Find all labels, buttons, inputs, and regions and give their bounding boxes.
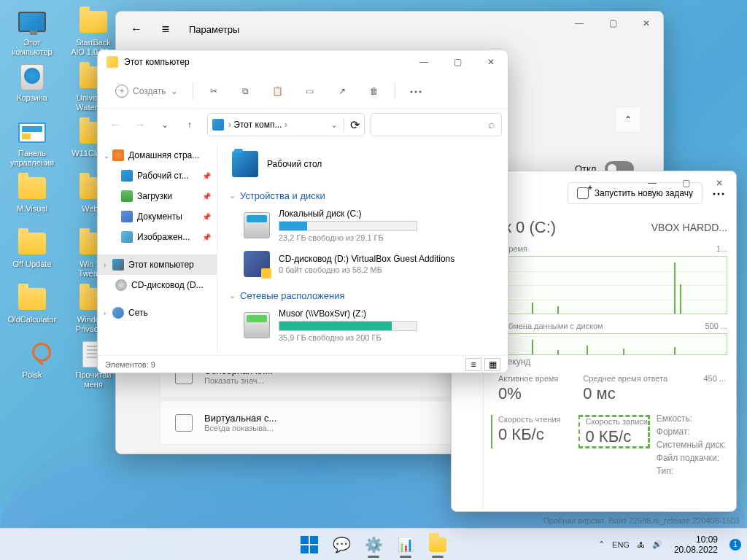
stat-write-speed: Скорость записи0 КБ/с (578, 415, 650, 448)
window-controls: — ▢ ✕ (562, 12, 663, 35)
section-devices[interactable]: ⌄Устройства и диски (229, 190, 496, 201)
nav-recent[interactable]: ⌄ (153, 113, 177, 136)
sidebar-item[interactable]: Изображен...📌 (98, 227, 217, 247)
desktop-icon[interactable]: Корзина (6, 61, 58, 114)
window-controls: — ▢ ✕ (635, 171, 736, 195)
sidebar-item[interactable]: ›Сеть (98, 303, 217, 323)
nav-up[interactable] (178, 113, 201, 136)
explorer-sidebar: ⌄Домашняя стра...Рабочий ст...📌Загрузки📌… (98, 141, 217, 355)
drive-c[interactable]: Локальный диск (C:)23,2 ГБ свободно из 2… (229, 204, 496, 246)
folder-icon (107, 56, 118, 68)
section-network[interactable]: ⌄Сетевые расположения (229, 290, 496, 301)
window-title: Этот компьютер (124, 57, 190, 67)
disk-transfer-graph (491, 333, 727, 355)
paste-button[interactable]: 📋 (263, 78, 293, 104)
sidebar-item[interactable]: Документы📌 (98, 206, 217, 227)
taskmanager-taskbar[interactable]: 📊 (391, 530, 420, 559)
desktop-icon[interactable]: M.Visual (6, 172, 58, 225)
nav-back[interactable] (104, 113, 127, 136)
settings-taskbar[interactable]: ⚙️ (359, 530, 388, 559)
volume-icon[interactable]: 🔊 (652, 540, 662, 549)
desktop-icon[interactable]: OldCalculator (6, 283, 58, 335)
cd-icon (115, 279, 127, 291)
img-icon (121, 231, 133, 243)
search-icon (488, 118, 495, 131)
back-button[interactable] (125, 18, 148, 41)
home-icon (112, 149, 124, 161)
stat-active-time: Активное время0% (491, 374, 558, 403)
tray-expand[interactable]: ⌃ (598, 540, 605, 549)
stat-read-speed: Скорость чтения0 КБ/с (491, 415, 561, 448)
more-button[interactable] (401, 78, 430, 104)
touchpad-icon (175, 414, 193, 432)
close-button[interactable]: ✕ (474, 50, 508, 74)
close-button[interactable]: ✕ (630, 12, 663, 35)
item-desktop[interactable]: Рабочий стол (229, 147, 496, 182)
close-button[interactable]: ✕ (703, 171, 736, 195)
status-bar: Элементов: 9≡▦ (98, 355, 508, 373)
sidebar-item[interactable]: ⌄Домашняя стра... (98, 145, 217, 166)
desktop-icon[interactable]: Панель управления (6, 117, 58, 169)
desk-icon (121, 170, 133, 182)
menu-button[interactable] (154, 18, 177, 41)
drive-icon (244, 212, 270, 238)
view-grid-button[interactable]: ▦ (484, 358, 500, 371)
search-box[interactable] (371, 113, 502, 136)
window-controls: — ▢ ✕ (407, 50, 508, 74)
minimize-button[interactable]: — (635, 171, 669, 195)
desktop-icon[interactable]: Off Update (6, 228, 58, 280)
disk-info: Емкость:Формат:Системный диск:Файл подка… (657, 412, 726, 478)
net-icon (112, 307, 124, 319)
minimize-button[interactable]: — (562, 12, 596, 35)
cd-icon (244, 251, 270, 277)
settings-title: Параметры (189, 24, 239, 35)
network-icon[interactable]: 🖧 (637, 540, 645, 549)
minimize-button[interactable]: — (407, 50, 441, 74)
drive-d[interactable]: CD-дисковод (D:) VirtualBox Guest Additi… (229, 246, 496, 281)
taskbar: 💬 ⚙️ 📊 ⌃ ENG 🖧 🔊 10:0920.08.2022 1 (0, 528, 747, 560)
pc-icon (212, 119, 224, 131)
sidebar-item[interactable]: Рабочий ст...📌 (98, 166, 217, 186)
share-button[interactable]: ↗ (328, 78, 357, 104)
start-button[interactable] (295, 530, 324, 559)
language-indicator[interactable]: ENG (612, 540, 630, 549)
pc-icon (112, 259, 124, 271)
create-button[interactable]: +Создать⌄ (107, 78, 187, 104)
clock[interactable]: 10:0920.08.2022 (674, 534, 718, 555)
cut-button[interactable]: ✂ (199, 78, 228, 104)
desktop-folder-icon (232, 151, 258, 177)
desktop-icon[interactable]: Poisk (6, 338, 58, 391)
maximize-button[interactable]: ▢ (596, 12, 630, 35)
rename-button[interactable]: ▭ (295, 78, 325, 104)
dl-icon (121, 190, 133, 202)
disk-model: VBOX HARDD... (651, 222, 727, 233)
sidebar-item[interactable]: CD-дисковод (D... (98, 275, 217, 295)
disk-activity-graph (491, 256, 727, 314)
explorer-taskbar[interactable] (423, 530, 452, 559)
explorer-main: Рабочий стол ⌄Устройства и диски Локальн… (217, 141, 508, 355)
watermark: Пробная версия. Build 22598.ni_release.2… (543, 516, 740, 525)
delete-button[interactable]: 🗑 (360, 78, 389, 104)
doc-icon (121, 211, 133, 222)
explorer-window: — ▢ ✕ Этот компьютер +Создать⌄ ✂ ⧉ 📋 ▭ ↗… (97, 50, 508, 373)
drive-z[interactable]: Musor (\\VBoxSvr) (Z:)35,9 ГБ свободно и… (229, 304, 496, 346)
network-drive-icon (244, 312, 270, 338)
desktop-icon[interactable]: Этот компьютер (6, 6, 58, 58)
nav-forward[interactable] (128, 113, 152, 136)
collapse-button[interactable]: ⌃ (615, 106, 641, 133)
address-bar[interactable]: › Этот комп... ›⌄ (207, 113, 365, 136)
stat-avg-response: Среднее время ответа0 мс (576, 374, 667, 403)
view-list-button[interactable]: ≡ (465, 358, 481, 371)
run-icon (577, 187, 589, 199)
sidebar-item[interactable]: ›Этот компьютер (98, 254, 217, 275)
chat-button[interactable]: 💬 (327, 530, 356, 559)
notification-badge[interactable]: 1 (729, 539, 741, 551)
maximize-button[interactable]: ▢ (441, 50, 474, 74)
sidebar-item[interactable]: Загрузки📌 (98, 186, 217, 206)
copy-button[interactable]: ⧉ (231, 78, 260, 104)
maximize-button[interactable]: ▢ (669, 171, 703, 195)
